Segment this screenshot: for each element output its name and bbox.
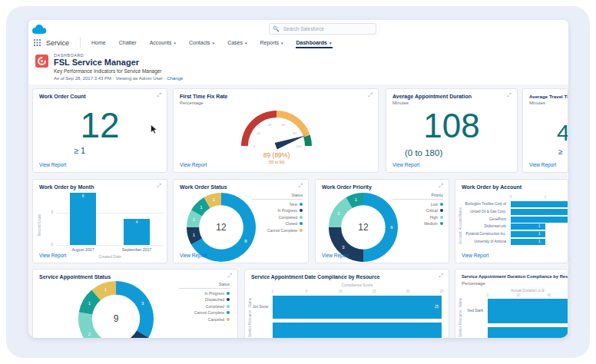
card-sa-date-compliance: Service Appointment Date Compliance by R…	[244, 269, 449, 338]
dashboard-header: DASHBOARD FSL Service Manager Key Perfor…	[28, 48, 568, 85]
legend-item[interactable]: Closed	[252, 221, 303, 226]
nav-tab-chatter[interactable]: Chatter	[118, 37, 137, 48]
view-report-link[interactable]: View Report	[39, 162, 66, 167]
donut-segment[interactable]	[78, 312, 108, 338]
category-label: Ned Stark	[455, 299, 485, 323]
view-report-link[interactable]: View Report	[462, 253, 488, 258]
expand-icon[interactable]: ⤢	[507, 92, 512, 98]
search-icon: 🔍	[273, 26, 280, 31]
bar[interactable]	[273, 296, 442, 319]
card-work-order-count: Work Order Count ⤢ 12 ≥ 1 View Report	[32, 88, 167, 173]
view-report-link[interactable]: View Report	[322, 253, 349, 258]
app-launcher-icon[interactable]	[34, 39, 41, 46]
y-tick-label: 0	[44, 243, 53, 247]
legend-item[interactable]: New	[252, 202, 303, 207]
nav-tab-dashboards[interactable]: Dashboards▾	[296, 37, 333, 48]
metric-value: 12	[33, 108, 167, 143]
change-viewing-user-link[interactable]: Change	[167, 76, 183, 81]
category-label: Pyramid Construction Inc.	[455, 231, 508, 237]
view-report-link[interactable]: View Report	[39, 253, 66, 258]
nav-tab-home[interactable]: Home	[91, 37, 107, 48]
x-tick-label: 0	[482, 293, 494, 297]
x-axis-label: Created Date	[56, 254, 164, 259]
legend-item[interactable]: Canceled	[179, 317, 230, 322]
card-title: Average Travel Time	[529, 94, 568, 99]
search-input[interactable]	[282, 25, 372, 32]
donut-chart: 322119	[76, 279, 156, 338]
nav-tab-reports[interactable]: Reports▾	[259, 37, 283, 48]
bar[interactable]	[511, 217, 568, 223]
x-category-label: September 2017	[106, 247, 167, 252]
bar-chart: Record Count058August 20174September 201…	[33, 180, 167, 263]
bar[interactable]	[488, 299, 568, 323]
hbar-chart: Service Resource : NameCompliance Score0…	[245, 270, 449, 338]
nav-tab-cases[interactable]: Cases▾	[227, 37, 247, 48]
expand-icon[interactable]: ⤢	[157, 92, 161, 98]
legend-item[interactable]: In Progress	[179, 291, 230, 296]
expand-icon[interactable]: ⤢	[298, 183, 303, 189]
gauge-value-label: 89 (89%)	[263, 151, 290, 159]
x-axis-label: Compliance Score	[273, 283, 442, 287]
metric-value: 4	[557, 121, 568, 144]
bar[interactable]	[511, 209, 568, 215]
gauge-chart: 02040608010089 (89%)(50 to 90)	[219, 100, 334, 170]
legend-swatch	[440, 216, 443, 219]
card-average-travel-time: Average Travel Time Minutes 4 ≥ View Rep…	[522, 88, 568, 173]
card-sa-duration-compliance: Service Appointment Duration Compliance …	[455, 269, 568, 338]
nav-tab-contacts[interactable]: Contacts▾	[188, 37, 215, 48]
x-tick-label: 25	[435, 290, 448, 293]
legend-item[interactable]: Dispatched	[179, 297, 230, 302]
hbar-chart: Service Resource : NameActual Duration i…	[455, 270, 568, 338]
card-title: Work Order Count	[39, 94, 86, 99]
screenshot-canvas: { "topbar": { "search_placeholder": "Sea…	[0, 0, 596, 364]
legend-item[interactable]: Completed	[179, 304, 230, 309]
legend-item[interactable]: High	[392, 215, 443, 220]
legend-item[interactable]: Critical	[392, 208, 443, 213]
x-axis-label: Actual Duration in E	[511, 288, 545, 293]
chevron-down-icon: ▾	[174, 41, 176, 45]
chevron-down-icon: ▾	[213, 41, 215, 45]
legend-swatch	[300, 203, 303, 206]
legend-label: Completed	[206, 304, 224, 309]
card-title: Work Order Priority	[322, 184, 372, 190]
legend-item[interactable]: Completed	[252, 215, 303, 220]
legend-swatch	[227, 318, 230, 321]
legend-label: Completed	[279, 215, 297, 220]
view-report-link[interactable]: View Report	[392, 162, 419, 167]
bar-value-label: 25	[435, 296, 439, 319]
expand-icon[interactable]: ⤢	[439, 183, 443, 189]
card-subtitle: Minutes	[529, 101, 545, 105]
dashboard-content: Work Order Count ⤢ 12 ≥ 1 View Report Fi…	[28, 84, 568, 338]
gauge-tick-label: 40	[268, 123, 272, 127]
page-title: FSL Service Manager	[54, 58, 139, 67]
x-tick-label: 40	[543, 293, 555, 297]
expand-icon[interactable]: ⤢	[227, 273, 232, 279]
dashboard-meta: As of Sep 28, 2017 3:43 PM · Viewing as …	[54, 76, 183, 81]
x-category-label: August 2017	[52, 247, 114, 252]
legend-item[interactable]: Cannot Complete	[179, 310, 230, 315]
dashboard-icon	[35, 55, 48, 68]
global-search[interactable]: 🔍	[269, 23, 376, 35]
legend-item[interactable]: Medium	[392, 221, 443, 226]
expand-icon[interactable]: ⤢	[368, 92, 372, 98]
bar[interactable]	[70, 193, 96, 245]
card-work-order-by-account: Work Order by Account Account: Account N…	[455, 179, 568, 263]
chevron-down-icon: ▾	[245, 41, 247, 45]
x-tick-label: 20	[402, 290, 414, 293]
donut-segment[interactable]	[116, 281, 154, 338]
bar[interactable]	[511, 201, 568, 207]
legend-item[interactable]: In Progress	[252, 208, 303, 213]
view-report-link[interactable]: View Report	[180, 253, 207, 258]
app-name: Service	[46, 39, 69, 47]
chart-legend: StatusIn ProgressDispatchedCompletedCann…	[179, 282, 230, 322]
bar[interactable]	[273, 323, 442, 338]
legend-item[interactable]: Low	[392, 202, 443, 207]
legend-swatch	[227, 305, 230, 308]
bar-value-label: 1	[538, 239, 541, 245]
bar[interactable]	[488, 327, 568, 338]
gauge-band	[241, 111, 276, 146]
view-report-link[interactable]: View Report	[529, 162, 556, 167]
legend-item[interactable]: Cannot Complete	[252, 228, 303, 233]
nav-tab-accounts[interactable]: Accounts▾	[149, 37, 177, 48]
view-report-link[interactable]: View Report	[180, 162, 207, 167]
